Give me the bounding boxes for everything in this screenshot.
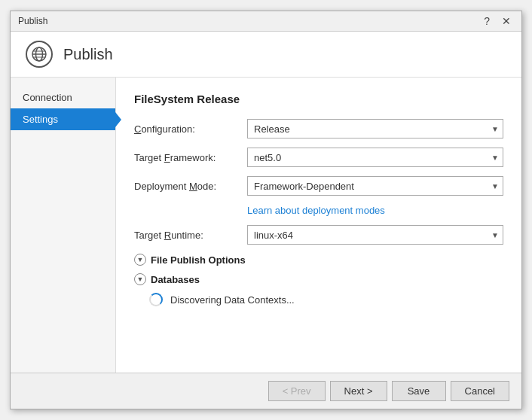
footer: < Prev Next > Save Cancel — [11, 373, 521, 409]
help-button[interactable]: ? — [481, 16, 493, 26]
cancel-button[interactable]: Cancel — [451, 381, 509, 401]
target-runtime-row: Target Runtime: linux-x64 win-x64 osx-x6… — [134, 225, 503, 245]
content-area: Connection Settings FileSystem Release C… — [11, 78, 521, 373]
target-runtime-select[interactable]: linux-x64 win-x64 osx-x64 — [247, 225, 503, 245]
dialog-title: Publish — [18, 16, 47, 26]
close-button[interactable]: ✕ — [499, 16, 514, 26]
main-content: FileSystem Release Configuration: Releas… — [116, 78, 521, 373]
next-button[interactable]: Next > — [330, 381, 387, 401]
sidebar: Connection Settings — [11, 78, 116, 373]
discovering-text: Discovering Data Contexts... — [170, 294, 295, 306]
file-publish-options-label: File Publish Options — [151, 254, 246, 266]
loading-spinner — [149, 293, 163, 306]
deployment-link-row: Learn about deployment modes — [247, 205, 503, 216]
deployment-mode-label: Deployment Mode: — [134, 181, 247, 192]
target-runtime-label: Target Runtime: — [134, 230, 247, 241]
publish-dialog: Publish ? ✕ Publish Connection Se — [10, 11, 522, 409]
save-button[interactable]: Save — [392, 381, 446, 401]
databases-collapse-icon: ▼ — [134, 273, 146, 285]
prev-button[interactable]: < Prev — [268, 381, 326, 401]
databases-row[interactable]: ▼ Databases — [134, 273, 503, 285]
target-framework-row: Target Framework: net5.0 net6.0 net7.0 ▼ — [134, 148, 503, 167]
configuration-select[interactable]: Release Debug — [247, 119, 503, 138]
file-publish-options-collapse-icon: ▼ — [134, 254, 146, 266]
file-publish-options-row[interactable]: ▼ File Publish Options — [134, 254, 503, 266]
globe-icon — [26, 41, 53, 68]
deployment-modes-link[interactable]: Learn about deployment modes — [247, 205, 385, 216]
target-framework-select[interactable]: net5.0 net6.0 net7.0 — [247, 148, 503, 167]
configuration-row: Configuration: Release Debug ▼ — [134, 119, 503, 138]
target-runtime-select-wrapper: linux-x64 win-x64 osx-x64 ▼ — [247, 225, 503, 245]
databases-label: Databases — [151, 274, 200, 285]
title-bar-controls: ? ✕ — [481, 16, 514, 26]
sidebar-item-settings[interactable]: Settings — [11, 108, 115, 130]
configuration-select-wrapper: Release Debug ▼ — [247, 119, 503, 138]
title-bar: Publish ? ✕ — [11, 11, 521, 32]
header-title: Publish — [63, 46, 113, 63]
deployment-mode-row: Deployment Mode: Framework-Dependent Sel… — [134, 176, 503, 196]
title-bar-left: Publish — [18, 16, 47, 26]
deployment-mode-select-wrapper: Framework-Dependent Self-Contained ▼ — [247, 176, 503, 196]
sidebar-item-connection[interactable]: Connection — [11, 87, 115, 108]
target-framework-label: Target Framework: — [134, 152, 247, 163]
section-title: FileSystem Release — [134, 93, 503, 105]
configuration-label: Configuration: — [134, 123, 247, 135]
target-framework-select-wrapper: net5.0 net6.0 net7.0 ▼ — [247, 148, 503, 167]
header-section: Publish — [11, 32, 521, 78]
discovering-row: Discovering Data Contexts... — [149, 293, 503, 306]
deployment-mode-select[interactable]: Framework-Dependent Self-Contained — [247, 176, 503, 196]
